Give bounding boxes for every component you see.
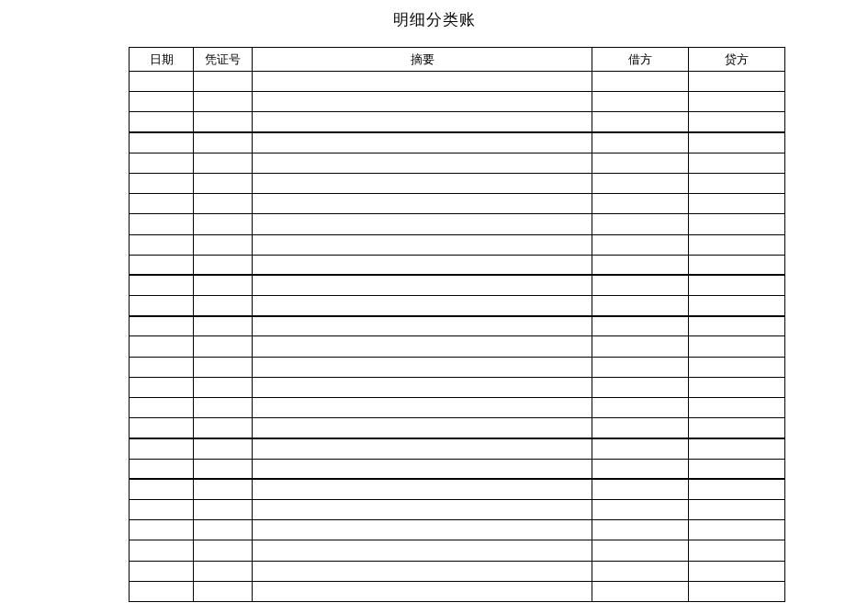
cell-voucher <box>194 418 253 438</box>
table-row <box>130 418 785 438</box>
col-header-debit: 借方 <box>592 48 689 72</box>
cell-credit <box>689 398 785 418</box>
cell-credit <box>689 499 785 519</box>
cell-debit <box>592 153 689 173</box>
table-row <box>130 173 785 193</box>
table-row <box>130 112 785 132</box>
cell-date <box>130 173 194 193</box>
table-row <box>130 398 785 418</box>
cell-summary <box>253 581 592 601</box>
cell-voucher <box>194 153 253 173</box>
cell-summary <box>253 336 592 357</box>
cell-summary <box>253 173 592 193</box>
cell-date <box>130 296 194 316</box>
cell-credit <box>689 72 785 92</box>
cell-credit <box>689 561 785 581</box>
cell-summary <box>253 479 592 499</box>
cell-voucher <box>194 540 253 561</box>
cell-debit <box>592 255 689 275</box>
cell-date <box>130 377 194 397</box>
cell-summary <box>253 214 592 234</box>
cell-date <box>130 214 194 234</box>
cell-voucher <box>194 194 253 214</box>
cell-summary <box>253 438 592 459</box>
cell-date <box>130 418 194 438</box>
table-row <box>130 234 785 255</box>
cell-date <box>130 275 194 295</box>
cell-debit <box>592 72 689 92</box>
cell-date <box>130 561 194 581</box>
cell-summary <box>253 520 592 540</box>
table-row <box>130 520 785 540</box>
cell-credit <box>689 214 785 234</box>
cell-summary <box>253 316 592 336</box>
cell-summary <box>253 194 592 214</box>
cell-debit <box>592 336 689 357</box>
table-row <box>130 336 785 357</box>
cell-date <box>130 438 194 459</box>
cell-summary <box>253 377 592 397</box>
table-row <box>130 214 785 234</box>
cell-voucher <box>194 275 253 295</box>
cell-credit <box>689 438 785 459</box>
cell-debit <box>592 479 689 499</box>
cell-credit <box>689 357 785 377</box>
cell-debit <box>592 92 689 112</box>
col-header-credit: 贷方 <box>689 48 785 72</box>
cell-credit <box>689 153 785 173</box>
table-row <box>130 357 785 377</box>
cell-voucher <box>194 438 253 459</box>
cell-date <box>130 72 194 92</box>
cell-date <box>130 336 194 357</box>
cell-summary <box>253 255 592 275</box>
cell-date <box>130 398 194 418</box>
cell-summary <box>253 357 592 377</box>
cell-debit <box>592 194 689 214</box>
table-row <box>130 459 785 479</box>
cell-date <box>130 520 194 540</box>
cell-credit <box>689 479 785 499</box>
cell-credit <box>689 377 785 397</box>
cell-debit <box>592 316 689 336</box>
cell-summary <box>253 132 592 153</box>
col-header-summary: 摘要 <box>253 48 592 72</box>
col-header-date: 日期 <box>130 48 194 72</box>
cell-summary <box>253 275 592 295</box>
cell-voucher <box>194 357 253 377</box>
cell-summary <box>253 92 592 112</box>
cell-date <box>130 112 194 132</box>
cell-date <box>130 479 194 499</box>
cell-credit <box>689 540 785 561</box>
cell-debit <box>592 112 689 132</box>
cell-credit <box>689 173 785 193</box>
cell-debit <box>592 540 689 561</box>
cell-summary <box>253 499 592 519</box>
cell-debit <box>592 357 689 377</box>
cell-voucher <box>194 581 253 601</box>
cell-voucher <box>194 561 253 581</box>
cell-debit <box>592 398 689 418</box>
cell-debit <box>592 520 689 540</box>
table-row <box>130 377 785 397</box>
cell-summary <box>253 561 592 581</box>
cell-voucher <box>194 336 253 357</box>
cell-debit <box>592 234 689 255</box>
table-row <box>130 132 785 153</box>
page-title: 明细分类账 <box>0 0 868 47</box>
cell-voucher <box>194 72 253 92</box>
cell-date <box>130 316 194 336</box>
cell-credit <box>689 296 785 316</box>
cell-credit <box>689 112 785 132</box>
cell-debit <box>592 438 689 459</box>
table-row <box>130 581 785 601</box>
cell-credit <box>689 581 785 601</box>
cell-voucher <box>194 234 253 255</box>
cell-voucher <box>194 255 253 275</box>
cell-voucher <box>194 479 253 499</box>
cell-debit <box>592 377 689 397</box>
cell-date <box>130 92 194 112</box>
cell-voucher <box>194 92 253 112</box>
cell-summary <box>253 153 592 173</box>
cell-credit <box>689 520 785 540</box>
table-row <box>130 499 785 519</box>
